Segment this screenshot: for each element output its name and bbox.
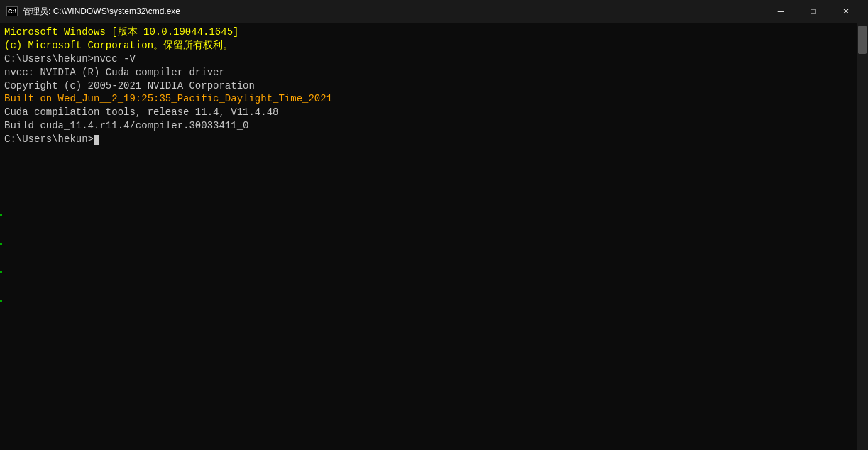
terminal-line: Microsoft Windows [版本 10.0.19044.1645] xyxy=(4,26,864,39)
terminal-line: (c) Microsoft Corporation。保留所有权利。 xyxy=(4,39,864,53)
green-marker-3 xyxy=(0,271,2,273)
minimize-button[interactable]: ─ xyxy=(764,0,797,23)
cmd-window: C:\ 管理员: C:\WINDOWS\system32\cmd.exe ─ □… xyxy=(0,0,868,450)
terminal-line: C:\Users\hekun> xyxy=(4,133,864,146)
cmd-icon-label: C:\ xyxy=(8,9,16,15)
terminal-output: Microsoft Windows [版本 10.0.19044.1645](c… xyxy=(4,26,864,146)
terminal-line: nvcc: NVIDIA (R) Cuda compiler driver xyxy=(4,66,864,79)
terminal-line: Copyright (c) 2005-2021 NVIDIA Corporati… xyxy=(4,79,864,93)
green-marker-1 xyxy=(0,214,2,216)
green-marker-2 xyxy=(0,243,2,245)
terminal-line: Cuda compilation tools, release 11.4, V1… xyxy=(4,106,864,119)
maximize-button[interactable]: □ xyxy=(797,0,830,23)
terminal-line: Built on Wed_Jun__2_19:25:35_Pacific_Day… xyxy=(4,92,864,106)
terminal-area[interactable]: Microsoft Windows [版本 10.0.19044.1645](c… xyxy=(0,23,868,450)
terminal-line: C:\Users\hekun>nvcc -V xyxy=(4,53,864,66)
green-marker-4 xyxy=(0,300,2,302)
cursor xyxy=(94,135,99,145)
window-title: 管理员: C:\WINDOWS\system32\cmd.exe xyxy=(23,6,764,18)
close-button[interactable]: ✕ xyxy=(830,0,862,23)
scrollbar[interactable] xyxy=(857,23,868,450)
window-icon: C:\ xyxy=(6,5,18,18)
window-controls: ─ □ ✕ xyxy=(764,0,862,23)
scrollbar-thumb[interactable] xyxy=(858,26,867,54)
terminal-line: Build cuda_11.4.r11.4/compiler.30033411_… xyxy=(4,119,864,133)
title-bar: C:\ 管理员: C:\WINDOWS\system32\cmd.exe ─ □… xyxy=(0,0,868,23)
cmd-icon: C:\ xyxy=(6,6,18,16)
